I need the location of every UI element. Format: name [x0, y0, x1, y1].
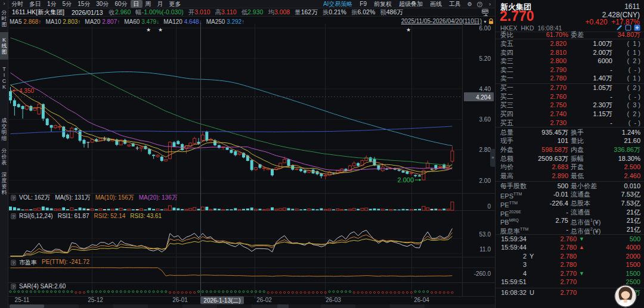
field-label: 换	[323, 8, 329, 15]
stat-label: 总额	[500, 154, 513, 163]
bid-row-5[interactable]: 买五2.730-( - )	[496, 119, 644, 127]
period-tab-周[interactable]: 周	[143, 0, 154, 8]
bid-row-4[interactable]: 买四2.7401.15万( 2 )	[496, 110, 644, 119]
period-tab-1分[interactable]: 1分	[44, 0, 60, 8]
level-order-count: ( 1 )	[627, 74, 640, 83]
tick-price: 2.780	[549, 243, 577, 252]
help-icon[interactable]: ?	[476, 1, 484, 7]
tick-row-2[interactable]: 15:59:442.780▲4000	[496, 243, 644, 252]
fundamental-row-PE: PE2026E-流通值21亿	[496, 208, 644, 217]
stat-value: 598.58万	[541, 145, 568, 154]
panel-collapse-handle[interactable]: »	[490, 149, 496, 167]
y-axis-label: -260.0	[474, 270, 491, 277]
ask-row-4[interactable]: 卖四2.8102.00万( 1 )	[496, 48, 644, 57]
x-axis-label: 26-01	[172, 297, 188, 303]
stat-row-外盘: 外盘598.58万内盘336.86万	[496, 145, 644, 154]
quote-field-振: 振6.02%	[349, 8, 377, 17]
period-tab-5分[interactable]: 5分	[60, 0, 75, 8]
stat-value: 101	[558, 136, 568, 145]
fundamental-row-PB: PBMRQ2.75总市值1(¥)21亿	[496, 216, 644, 225]
toolbar-action-工具[interactable]: 工具	[445, 0, 465, 8]
ask-row-5[interactable]: 卖五2.8201.00万( 1 )	[496, 39, 644, 48]
period-tab-日[interactable]: 日	[131, 0, 143, 8]
field-value: 3.110	[221, 8, 237, 15]
field-value: 162万	[301, 8, 318, 15]
stat-value: 1.24%	[622, 128, 640, 137]
period-tab-月[interactable]: 月	[154, 0, 166, 8]
ask-row-1[interactable]: 卖一2.7801.40万( 1 )	[496, 74, 644, 83]
tick-row-4[interactable]: 32.7801500	[496, 260, 644, 269]
field-value: 3.010	[194, 8, 210, 15]
period-tab-多日[interactable]: 多日	[26, 0, 44, 8]
y-axis-label: 6.00	[479, 25, 491, 32]
stat-value: 2.890	[552, 172, 568, 181]
last-price: 2.770	[500, 8, 534, 24]
quote-field-收: 收2.960	[106, 8, 133, 17]
fundamental-label: 总股本	[571, 199, 590, 208]
bid-row-2[interactable]: 买二2.760-( - )	[496, 92, 644, 101]
wp-window-badge[interactable]: WP	[482, 9, 490, 16]
vol-help-icon[interactable]: ?	[11, 195, 16, 201]
x-axis-label: 26-02	[256, 297, 272, 303]
level-label: 买一	[500, 83, 513, 92]
period-tab-30分[interactable]: 30分	[93, 0, 112, 8]
period-tab-分时[interactable]: 分时	[8, 0, 26, 8]
tick-row-1[interactable]: 15:59:342.760▼500	[496, 235, 644, 244]
level-order-count: ( 3 )	[627, 101, 640, 110]
sidebar-collapse-icon[interactable]: ›	[0, 1, 8, 7]
sidebar-item-6[interactable]: 深度资料	[0, 172, 8, 195]
tick-row-3[interactable]: 2Y2.7802000	[496, 252, 644, 261]
ask-row-2[interactable]: 卖二2.790-( - )	[496, 66, 644, 74]
tick-flag: Y	[530, 252, 534, 261]
pe-help-icon[interactable]: ?	[11, 260, 16, 266]
sidebar-item-5[interactable]: 分价表	[0, 148, 8, 166]
level-order-count: ( 2 )	[627, 83, 640, 92]
fundamental-label: 流通值	[571, 208, 590, 217]
fundamental-label: 流通盘	[571, 190, 590, 199]
period-tab-更多[interactable]: 更多	[166, 0, 184, 8]
fundamental-row-EPS: EPSTTM-0.01流通盘7.53亿	[496, 190, 644, 199]
period-toolbar: 分时多日1分5分15分30分60分日周月更多 AI交易策略F9前复权超级叠加画线…	[8, 0, 495, 8]
level-order-count: ( - )	[628, 66, 640, 74]
tick-volume: 500	[630, 235, 640, 244]
assistant-avatar[interactable]	[614, 285, 637, 307]
toolbar-action-超级叠加[interactable]: 超级叠加	[395, 0, 426, 8]
quote-date: 2026/01/13	[68, 9, 107, 16]
field-value: 486万	[386, 8, 403, 15]
level-volume: 1.40万	[593, 74, 612, 83]
period-tab-15分[interactable]: 15分	[75, 0, 93, 8]
ask-row-3[interactable]: 卖三2.8006000( 2 )	[496, 57, 644, 66]
fundamental-value: -226.4	[550, 199, 568, 208]
chart-scrollbar-thumb[interactable]	[10, 304, 44, 308]
stat-value: 935.45万	[541, 128, 568, 137]
toolbar-action-前复权[interactable]: 前复权	[370, 0, 395, 8]
x-axis-label: 26-03	[326, 297, 341, 303]
stat-value: 336.86万	[614, 145, 640, 154]
sidebar-item-4[interactable]: 成交明细	[0, 117, 8, 142]
fundamental-value: -	[566, 225, 568, 234]
level-label: 卖三	[500, 57, 513, 66]
level-price: 2.780	[550, 74, 566, 83]
weicha-label: 委差	[571, 30, 584, 39]
toolbar-action-画线[interactable]: 画线	[426, 0, 445, 8]
settings-gear-icon[interactable]: ⚙	[466, 1, 473, 7]
tick-row-5[interactable]: 42.770▼1500	[496, 269, 644, 278]
sidebar-item-2[interactable]: K线图	[0, 32, 8, 60]
tick-volume: 4000	[626, 243, 640, 252]
bid-row-3[interactable]: 买三2.7502.30万( 3 )	[496, 101, 644, 110]
toolbar-action-F9[interactable]: F9	[356, 1, 370, 7]
field-value: 6.02%	[357, 8, 375, 15]
rsi-help-icon[interactable]: ?	[11, 213, 16, 219]
bid-row-1[interactable]: 买一2.7701.05万( 2 )	[496, 83, 644, 92]
toolbar-action-AI交易策略[interactable]: AI交易策略	[320, 0, 356, 8]
period-tab-60分[interactable]: 60分	[112, 0, 130, 8]
visible-range-control[interactable]: 2025/11/05-2026/04/20(110日) ▼	[401, 17, 494, 26]
tick-up-arrow-icon: ▲	[579, 243, 584, 252]
y-axis-label: 2.00	[479, 178, 491, 184]
sar-help-icon[interactable]: ?	[11, 284, 16, 290]
toolbar-more-chevron-icon[interactable]: ›	[486, 1, 494, 7]
sar-dots-layer	[10, 291, 453, 294]
sidebar-item-1[interactable]: 分时图	[0, 10, 8, 27]
sidebar-item-3[interactable]: TICK	[0, 64, 8, 92]
fundamental-value: 21亿	[627, 225, 640, 234]
